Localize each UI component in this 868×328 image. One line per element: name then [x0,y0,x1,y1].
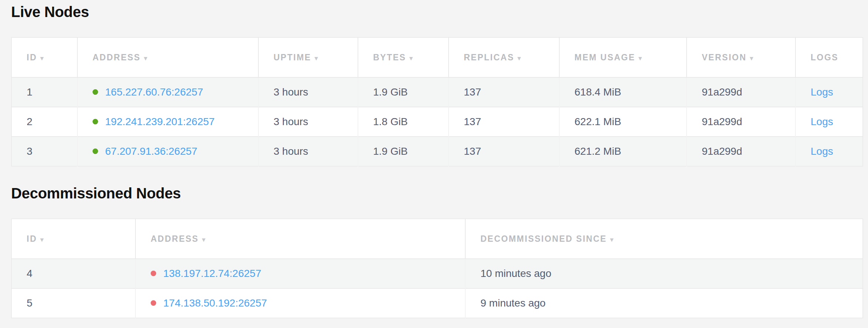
node-address-link[interactable]: 174.138.50.192:26257 [163,297,267,309]
node-bytes-cell: 1.9 GiB [358,137,449,166]
decommissioned-status-dot-icon [151,300,156,306]
node-version-cell: 91a299d [687,107,795,137]
col-header-label: ADDRESS [93,53,141,62]
node-address-link[interactable]: 138.197.12.74:26257 [163,268,261,279]
node-logs-cell: Logs [795,137,863,166]
col-header-decommissioned-since[interactable]: DECOMMISSIONED SINCE▾ [465,219,863,259]
node-id-cell: 4 [11,259,135,288]
node-logs-cell: Logs [795,77,863,107]
sort-arrow-icon: ▾ [610,236,613,243]
node-address-cell: 67.207.91.36:26257 [77,137,258,166]
node-address-cell: 165.227.60.76:26257 [77,77,258,107]
live-nodes-table: ID▾ ADDRESS▾ UPTIME▾ BYTES▾ REPLICAS▾ ME… [11,37,863,167]
node-logs-cell: Logs [795,107,863,137]
node-address-cell: 174.138.50.192:26257 [135,288,465,318]
col-header-label: ID [27,53,37,62]
sort-arrow-icon: ▾ [315,55,318,62]
node-mem-usage-cell: 621.2 MiB [559,137,687,166]
col-header-label: DECOMMISSIONED SINCE [480,234,607,244]
nodes-page: Live Nodes ID▾ ADDRESS▾ UPTIME▾ BYTES▾ R… [0,0,868,318]
node-id-cell: 1 [11,77,77,107]
table-row: 1 165.227.60.76:26257 3 hours 1.9 GiB 13… [11,77,863,107]
sort-arrow-icon: ▾ [202,236,205,243]
col-header-mem-usage[interactable]: MEM USAGE▾ [559,37,687,77]
sort-arrow-icon: ▾ [40,236,44,243]
table-row: 5 174.138.50.192:26257 9 minutes ago [11,288,863,318]
node-replicas-cell: 137 [449,107,559,137]
decommissioned-nodes-table: ID▾ ADDRESS▾ DECOMMISSIONED SINCE▾ 4 138… [11,218,863,318]
col-header-label: UPTIME [274,53,311,62]
node-mem-usage-cell: 618.4 MiB [559,77,687,107]
col-header-uptime[interactable]: UPTIME▾ [258,37,358,77]
node-uptime-cell: 3 hours [258,77,358,107]
node-id-cell: 3 [11,137,77,166]
table-row: 3 67.207.91.36:26257 3 hours 1.9 GiB 137… [11,137,863,166]
col-header-label: VERSION [702,53,747,62]
col-header-label: REPLICAS [464,53,514,62]
col-header-label: ID [27,234,37,244]
logs-link[interactable]: Logs [811,86,833,98]
col-header-address[interactable]: ADDRESS▾ [135,219,465,259]
table-row: 4 138.197.12.74:26257 10 minutes ago [11,259,863,288]
live-nodes-title: Live Nodes [11,3,862,21]
node-bytes-cell: 1.9 GiB [358,77,449,107]
table-row: 2 192.241.239.201:26257 3 hours 1.8 GiB … [11,107,863,137]
sort-arrow-icon: ▾ [750,55,753,62]
live-status-dot-icon [93,119,98,124]
col-header-replicas[interactable]: REPLICAS▾ [449,37,559,77]
col-header-address[interactable]: ADDRESS▾ [77,37,258,77]
col-header-logs: LOGS [795,37,863,77]
node-replicas-cell: 137 [449,137,559,166]
decommissioned-since-cell: 10 minutes ago [465,259,863,288]
sort-arrow-icon: ▾ [409,55,413,62]
col-header-label: ADDRESS [151,234,199,244]
logs-link[interactable]: Logs [811,116,833,127]
node-replicas-cell: 137 [449,77,559,107]
node-bytes-cell: 1.8 GiB [358,107,449,137]
logs-link[interactable]: Logs [811,145,833,157]
sort-arrow-icon: ▾ [517,55,521,62]
node-uptime-cell: 3 hours [258,107,358,137]
node-address-link[interactable]: 165.227.60.76:26257 [105,86,203,98]
node-mem-usage-cell: 622.1 MiB [559,107,687,137]
col-header-bytes[interactable]: BYTES▾ [358,37,449,77]
node-address-cell: 192.241.239.201:26257 [77,107,258,137]
node-version-cell: 91a299d [687,77,795,107]
live-status-dot-icon [93,148,98,154]
col-header-label: MEM USAGE [574,53,635,62]
col-header-label: LOGS [811,53,838,62]
node-address-cell: 138.197.12.74:26257 [135,259,465,288]
live-status-dot-icon [93,89,98,95]
node-uptime-cell: 3 hours [258,137,358,166]
decommissioned-status-dot-icon [151,271,156,276]
decommissioned-nodes-title: Decommissioned Nodes [11,184,862,202]
col-header-version[interactable]: VERSION▾ [687,37,795,77]
decommissioned-nodes-header-row: ID▾ ADDRESS▾ DECOMMISSIONED SINCE▾ [11,219,863,259]
node-id-cell: 5 [11,288,135,318]
col-header-id[interactable]: ID▾ [11,219,135,259]
node-address-link[interactable]: 67.207.91.36:26257 [105,145,197,157]
col-header-label: BYTES [373,53,406,62]
live-nodes-header-row: ID▾ ADDRESS▾ UPTIME▾ BYTES▾ REPLICAS▾ ME… [11,37,863,77]
sort-arrow-icon: ▾ [639,55,642,62]
sort-arrow-icon: ▾ [144,55,147,62]
node-address-link[interactable]: 192.241.239.201:26257 [105,116,215,127]
decommissioned-since-cell: 9 minutes ago [465,288,863,318]
col-header-id[interactable]: ID▾ [11,37,77,77]
node-id-cell: 2 [11,107,77,137]
node-version-cell: 91a299d [687,137,795,166]
sort-arrow-icon: ▾ [40,55,44,62]
